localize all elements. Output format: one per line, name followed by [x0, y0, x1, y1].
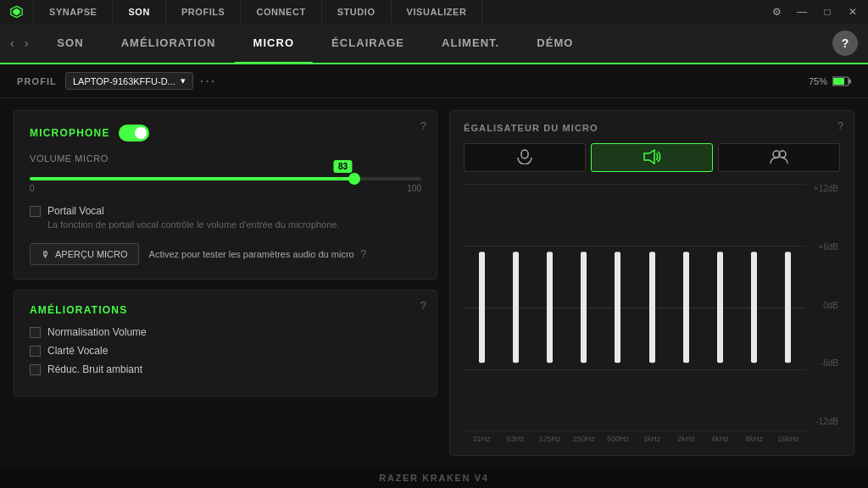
eq-x-label-6: 2kHz	[671, 435, 700, 443]
microphone-help-icon[interactable]: ?	[420, 119, 426, 132]
eq-help-icon[interactable]: ?	[837, 119, 843, 132]
svg-marker-1	[13, 8, 19, 15]
minimize-button[interactable]: —	[790, 0, 814, 24]
volume-slider-fill	[30, 177, 354, 180]
amelio-item-1: Clarté Vocale	[30, 345, 421, 357]
profile-dropdown[interactable]: LAPTOP-9163KFFU-D... ▾	[65, 72, 193, 90]
footer-device: RAZER KRAKEN V4	[379, 473, 488, 483]
help-button[interactable]: ?	[832, 30, 858, 56]
nav-item-amelioration[interactable]: AMÉLIORATION	[103, 24, 235, 64]
microphone-small-icon: 🎙	[41, 249, 50, 259]
volume-slider-track[interactable]	[30, 177, 421, 180]
clarte-checkbox[interactable]	[30, 346, 41, 357]
eq-x-label-2: 125Hz	[535, 435, 564, 443]
speaker-tab-icon	[643, 149, 661, 167]
amelio-item-2: Réduc. Bruit ambiant	[30, 363, 421, 375]
eq-y-label-1: +6dB	[818, 242, 838, 252]
eq-bar-1	[513, 252, 519, 363]
eq-bar-9	[785, 252, 791, 363]
ameliorations-help-icon[interactable]: ?	[420, 299, 426, 312]
eq-tab-1[interactable]	[591, 143, 713, 172]
footer: RAZER KRAKEN V4	[0, 468, 868, 488]
normalisation-label: Normalisation Volume	[47, 326, 147, 338]
eq-x-label-5: 1kHz	[637, 435, 666, 443]
volume-slider-container: 83 0 100	[30, 177, 421, 193]
battery-percent: 75%	[809, 76, 827, 86]
eq-bar-col-0[interactable]	[467, 184, 496, 431]
vocal-portal-label: Portail Vocal	[47, 205, 340, 217]
microphone-toggle[interactable]	[119, 125, 149, 141]
nav-forward-button[interactable]: ›	[21, 33, 32, 53]
nav-item-demo[interactable]: DÉMO	[518, 24, 592, 64]
title-tab-studio[interactable]: STUDIO	[322, 0, 392, 24]
battery-area: 75%	[809, 76, 851, 86]
close-button[interactable]: ✕	[841, 0, 865, 24]
volume-slider-thumb[interactable]	[348, 173, 360, 185]
nav-item-aliment[interactable]: ALIMENT.	[423, 24, 518, 64]
eq-x-label-7: 4kHz	[705, 435, 734, 443]
volume-micro-label: VOLUME MICRO	[30, 153, 421, 164]
slider-labels: 0 100	[30, 184, 421, 193]
eq-tab-2[interactable]	[718, 143, 840, 172]
eq-bar-col-6[interactable]	[671, 184, 700, 431]
vocal-portal-row: Portail Vocal La fonction de portail voc…	[30, 205, 421, 231]
eq-bar-col-3[interactable]	[570, 184, 598, 431]
settings-button[interactable]: ⚙	[765, 0, 788, 24]
eq-x-label-8: 8kHz	[740, 435, 769, 443]
eq-bar-3	[581, 252, 587, 363]
svg-rect-3	[849, 79, 851, 83]
nav-item-son[interactable]: SON	[38, 24, 102, 64]
apercu-button[interactable]: 🎙 APERÇU MICRO	[30, 243, 139, 265]
nav-item-micro[interactable]: MICRO	[235, 24, 314, 64]
micro-label: MICROPHONE	[30, 127, 110, 139]
eq-tab-0[interactable]	[464, 143, 586, 172]
eq-y-labels: +12dB +6dB 0dB -6dB -12dB	[810, 184, 840, 426]
normalisation-checkbox[interactable]	[30, 327, 41, 338]
vocal-portal-checkbox[interactable]	[30, 206, 41, 217]
logo-tab[interactable]	[0, 0, 34, 24]
nav-back-button[interactable]: ‹	[7, 33, 18, 53]
title-tab-profils[interactable]: PROFILS	[166, 0, 242, 24]
bruit-checkbox[interactable]	[30, 364, 41, 375]
title-tab-connect[interactable]: CONNECT	[241, 0, 321, 24]
volume-value-bubble: 83	[334, 160, 352, 173]
eq-chart-area: +12dB +6dB 0dB -6dB -12dB	[464, 184, 840, 443]
eq-bar-col-7[interactable]	[705, 184, 734, 431]
title-tab-son[interactable]: SON	[113, 0, 166, 24]
eq-x-label-1: 63Hz	[501, 435, 530, 443]
eq-y-label-2: 0dB	[823, 301, 838, 310]
profile-menu-dots[interactable]: ···	[200, 74, 216, 89]
ameliorations-card: ? AMÉLIORATIONS Normalisation Volume Cla…	[14, 290, 437, 396]
profile-label: PROFIL	[17, 76, 57, 86]
eq-bar-2	[547, 252, 553, 363]
svg-marker-7	[644, 150, 654, 164]
eq-bar-4	[615, 252, 620, 363]
eq-bar-7	[717, 252, 723, 363]
title-tab-visualizer[interactable]: VISUALIZER	[392, 0, 483, 24]
eq-bar-col-4[interactable]	[604, 184, 632, 431]
eq-bar-col-1[interactable]	[501, 184, 530, 431]
nav-item-eclairage[interactable]: ÉCLAIRAGE	[313, 24, 423, 64]
eq-bars-wrapper: 31Hz63Hz125Hz250Hz500Hz1kHz2kHz4kHz8kHz1…	[464, 184, 806, 443]
eq-bar-col-2[interactable]	[535, 184, 564, 431]
svg-rect-4	[833, 78, 844, 85]
razer-logo-icon	[10, 4, 23, 19]
svg-rect-5	[521, 150, 528, 158]
eq-panel: ? ÉGALISATEUR DU MICRO	[449, 110, 854, 456]
maximize-button[interactable]: □	[815, 0, 839, 24]
eq-bar-0	[479, 252, 485, 363]
title-bar: SYNAPSE SON PROFILS CONNECT STUDIO VISUA…	[0, 0, 868, 24]
nav-bar: ‹ › SON AMÉLIORATION MICRO ÉCLAIRAGE ALI…	[0, 24, 868, 64]
micro-header: MICROPHONE	[30, 125, 421, 141]
eq-bar-8	[751, 252, 757, 363]
eq-bar-col-5[interactable]	[637, 184, 666, 431]
eq-bar-col-8[interactable]	[740, 184, 769, 431]
eq-x-label-9: 16kHz	[774, 435, 803, 443]
vocal-portal-desc: La fonction de portail vocal contrôle le…	[47, 219, 340, 231]
apercu-help-icon[interactable]: ?	[360, 247, 366, 260]
title-tab-synapse[interactable]: SYNAPSE	[34, 0, 113, 24]
left-panel: ? MICROPHONE VOLUME MICRO 83 0 100	[14, 110, 437, 456]
nav-items: SON AMÉLIORATION MICRO ÉCLAIRAGE ALIMENT…	[38, 24, 832, 63]
eq-tabs	[464, 143, 840, 172]
eq-bar-col-9[interactable]	[774, 184, 803, 431]
